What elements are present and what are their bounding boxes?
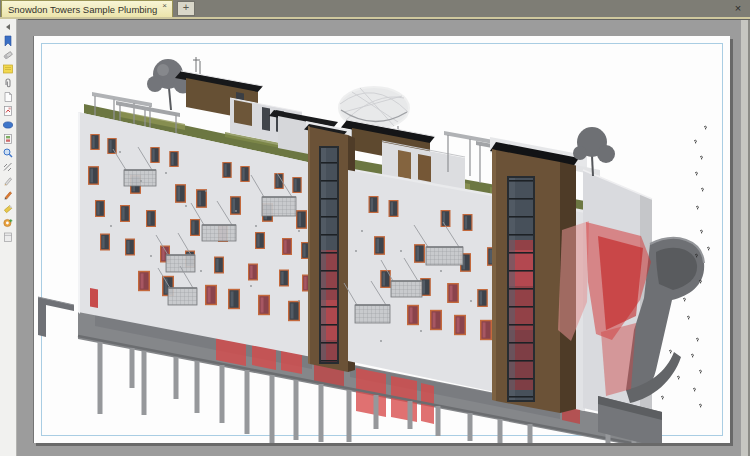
- highlighter-tool-icon[interactable]: [2, 202, 15, 215]
- sheet: .cable{stroke:#9a9ca0;stroke-width:0.9;f…: [33, 36, 730, 443]
- document-canvas[interactable]: .cable{stroke:#9a9ca0;stroke-width:0.9;f…: [18, 19, 750, 456]
- section-cut-fragment: [38, 297, 74, 337]
- pencil-tool-icon[interactable]: [2, 174, 15, 187]
- tab-close-icon[interactable]: ×: [162, 2, 167, 10]
- page-tool-icon[interactable]: [2, 90, 15, 103]
- tab-bar: Snowdon Towers Sample Plumbing × + ×: [0, 0, 750, 17]
- tab-title: Snowdon Towers Sample Plumbing: [8, 4, 157, 15]
- canvas-right-strip: [741, 20, 748, 456]
- zoom-tool-icon[interactable]: [2, 146, 15, 159]
- stair-tower-west: [304, 121, 355, 372]
- markup-page-tool-icon[interactable]: [2, 104, 15, 117]
- color-tool-icon[interactable]: [2, 216, 15, 229]
- cloud-tool-icon[interactable]: [2, 118, 15, 131]
- markup-toolbar: [0, 19, 17, 456]
- bookmark-tool-icon[interactable]: [2, 34, 15, 47]
- eraser-tool-icon[interactable]: [2, 48, 15, 61]
- stamp-tool-icon[interactable]: [2, 132, 15, 145]
- sticky-note-tool-icon[interactable]: [2, 62, 15, 75]
- window-close-button[interactable]: ×: [731, 2, 745, 15]
- pen-tool-icon[interactable]: [2, 188, 15, 201]
- measure-tool-icon[interactable]: [2, 160, 15, 173]
- collapse-toolbar-icon[interactable]: [6, 24, 10, 30]
- document-tab[interactable]: Snowdon Towers Sample Plumbing ×: [1, 0, 173, 17]
- template-tool-icon[interactable]: [2, 230, 15, 243]
- attachment-tool-icon[interactable]: [2, 76, 15, 89]
- new-tab-button[interactable]: +: [177, 1, 195, 16]
- model-3d-view[interactable]: .cable{stroke:#9a9ca0;stroke-width:0.9;f…: [34, 36, 730, 443]
